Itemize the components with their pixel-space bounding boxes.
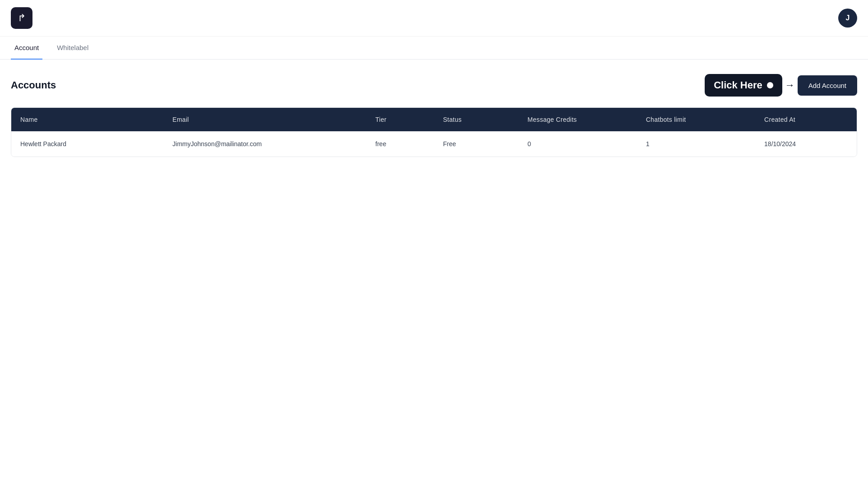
accounts-table: Name Email Tier Status Message Credits C…	[11, 108, 857, 157]
click-here-badge: Click Here	[705, 74, 782, 97]
cell-chatbots-limit: 1	[637, 131, 755, 157]
col-header-name: Name	[11, 108, 163, 131]
tab-account[interactable]: Account	[11, 37, 42, 60]
add-account-button[interactable]: Add Account	[798, 75, 857, 96]
app-logo[interactable]: ↱	[11, 7, 32, 29]
logo-icon: ↱	[18, 12, 26, 24]
header-actions: Click Here → Add Account	[705, 74, 857, 97]
table-header: Name Email Tier Status Message Credits C…	[11, 108, 857, 131]
cell-status: Free	[434, 131, 518, 157]
col-header-email: Email	[163, 108, 366, 131]
accounts-table-container: Name Email Tier Status Message Credits C…	[11, 107, 857, 157]
dot-icon	[767, 82, 773, 88]
tabs-bar: Account Whitelabel	[0, 37, 868, 60]
table-row[interactable]: Hewlett Packard JimmyJohnson@mailinator.…	[11, 131, 857, 157]
page-title: Accounts	[11, 79, 56, 91]
app-header: ↱ J	[0, 0, 868, 37]
col-header-tier: Tier	[366, 108, 434, 131]
arrow-icon: →	[785, 79, 795, 91]
tab-whitelabel[interactable]: Whitelabel	[53, 37, 92, 60]
click-here-label: Click Here	[714, 79, 762, 91]
arrow-connector: →	[782, 79, 798, 91]
col-header-message-credits: Message Credits	[518, 108, 637, 131]
col-header-created-at: Created At	[755, 108, 857, 131]
table-body: Hewlett Packard JimmyJohnson@mailinator.…	[11, 131, 857, 157]
accounts-header: Accounts Click Here → Add Account	[11, 74, 857, 97]
cell-message-credits: 0	[518, 131, 637, 157]
user-initial: J	[846, 14, 850, 22]
col-header-chatbots-limit: Chatbots limit	[637, 108, 755, 131]
cell-created-at: 18/10/2024	[755, 131, 857, 157]
cell-name: Hewlett Packard	[11, 131, 163, 157]
cell-email: JimmyJohnson@mailinator.com	[163, 131, 366, 157]
user-avatar[interactable]: J	[838, 9, 857, 28]
col-header-status: Status	[434, 108, 518, 131]
cell-tier: free	[366, 131, 434, 157]
main-content: Accounts Click Here → Add Account Name E…	[0, 60, 868, 171]
